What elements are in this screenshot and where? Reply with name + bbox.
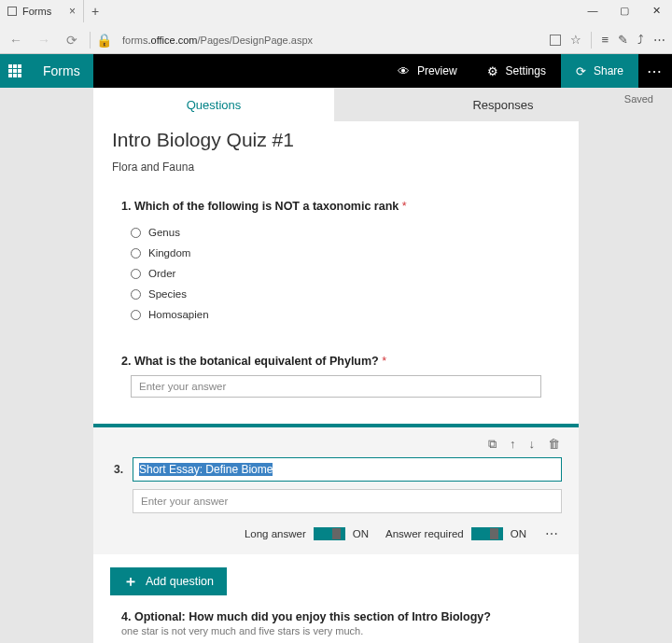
question-3-editor: ⧉ ↑ ↓ 🗑 3. Short Essay: Define Biome Ent… <box>93 424 579 554</box>
browser-tab[interactable]: Forms × <box>0 0 84 22</box>
q3-number: 3. <box>110 463 123 476</box>
url-text[interactable]: forms.office.com/Pages/DesignPage.aspx <box>117 35 542 46</box>
radio-icon <box>131 289 141 300</box>
q3-title-input[interactable]: Short Essay: Define Biome <box>133 457 562 482</box>
required-star-icon: * <box>402 200 407 213</box>
window-minimize-button[interactable]: — <box>577 0 609 21</box>
q3-answer-input[interactable]: Enter your answer <box>133 489 562 513</box>
q1-option[interactable]: Genus <box>121 222 551 243</box>
form-description[interactable]: Flora and Fauna <box>112 161 560 174</box>
favorite-icon[interactable]: ☆ <box>570 33 581 47</box>
question-1[interactable]: 1. Which of the following is NOT a taxon… <box>93 190 579 330</box>
radio-icon <box>131 228 141 238</box>
delete-question-button[interactable]: 🗑 <box>548 437 560 452</box>
waffle-icon <box>8 64 21 77</box>
add-question-button[interactable]: ＋ Add question <box>110 567 227 595</box>
tab-title: Forms <box>22 6 51 17</box>
add-question-label: Add question <box>146 575 214 588</box>
question-more-button[interactable]: ⋯ <box>543 526 562 541</box>
window-close-button[interactable]: ✕ <box>640 0 672 21</box>
share-browser-icon[interactable]: ⤴ <box>637 33 644 47</box>
long-answer-label: Long answer <box>245 528 306 539</box>
move-down-button[interactable]: ↓ <box>529 437 536 452</box>
radio-icon <box>131 269 141 279</box>
more-button[interactable]: ⋯ <box>638 54 672 88</box>
share-label: Share <box>594 64 623 77</box>
q1-option[interactable]: Homosapien <box>121 304 551 325</box>
question-2[interactable]: 2. What is the botanical equivalent of P… <box>93 345 579 403</box>
app-bar: Forms 👁 Preview ⚙ Settings ⟳ Share ⋯ <box>0 54 672 88</box>
form-canvas: Intro Biology Quiz #1 Flora and Fauna 1.… <box>93 121 579 643</box>
long-answer-toggle[interactable] <box>314 527 345 540</box>
save-status: Saved <box>624 93 653 105</box>
settings-label: Settings <box>506 64 546 77</box>
q2-answer-input[interactable] <box>131 375 541 398</box>
nav-refresh-button[interactable]: ⟳ <box>62 30 82 50</box>
q1-number: 1. <box>121 200 131 213</box>
reading-view-icon[interactable] <box>550 35 561 46</box>
app-name: Forms <box>30 54 93 88</box>
q4-subtitle: one star is not very much and five stars… <box>121 625 551 636</box>
required-label: Answer required <box>385 528 464 539</box>
q2-text: What is the botanical equivalent of Phyl… <box>134 355 379 368</box>
form-title[interactable]: Intro Biology Quiz #1 <box>112 129 560 151</box>
copy-question-button[interactable]: ⧉ <box>488 437 497 452</box>
new-tab-button[interactable]: + <box>84 0 106 22</box>
long-answer-state: ON <box>353 528 369 539</box>
move-up-button[interactable]: ↑ <box>510 437 516 452</box>
q4-number: 4. <box>121 610 131 623</box>
browser-more-icon[interactable]: ⋯ <box>653 33 666 47</box>
page-icon <box>7 7 17 16</box>
app-launcher-button[interactable] <box>0 54 30 88</box>
q2-number: 2. <box>121 355 131 368</box>
q4-text: Optional: How much did you enjoy this se… <box>134 610 491 623</box>
share-icon: ⟳ <box>576 64 586 78</box>
lock-icon: 🔒 <box>98 35 109 46</box>
notes-icon[interactable]: ✎ <box>618 33 628 47</box>
settings-button[interactable]: ⚙ Settings <box>472 54 561 88</box>
preview-label: Preview <box>417 64 457 77</box>
window-maximize-button[interactable]: ▢ <box>609 0 640 21</box>
required-toggle[interactable] <box>471 527 503 540</box>
share-button[interactable]: ⟳ Share <box>561 54 638 88</box>
q1-option[interactable]: Kingdom <box>121 243 551 263</box>
hub-icon[interactable]: ≡ <box>601 33 609 47</box>
radio-icon <box>131 310 141 320</box>
question-4[interactable]: 4. Optional: How much did you enjoy this… <box>93 595 579 643</box>
eye-icon: 👁 <box>398 64 410 78</box>
tab-responses[interactable]: Responses <box>334 88 672 121</box>
q1-option[interactable]: Species <box>121 284 551 304</box>
nav-back-button[interactable]: ← <box>6 30 26 50</box>
q1-text: Which of the following is NOT a taxonomi… <box>134 200 399 213</box>
tab-questions[interactable]: Questions <box>93 88 334 121</box>
nav-forward-button[interactable]: → <box>34 30 54 50</box>
gear-icon: ⚙ <box>487 64 498 78</box>
radio-icon <box>131 248 141 259</box>
required-star-icon: * <box>382 355 386 368</box>
preview-button[interactable]: 👁 Preview <box>383 54 472 88</box>
browser-titlebar: Forms × + — ▢ ✕ <box>0 0 672 26</box>
close-tab-icon[interactable]: × <box>69 5 76 18</box>
required-state: ON <box>511 528 526 539</box>
q1-option[interactable]: Order <box>121 263 551 284</box>
browser-address-bar: ← → ⟳ 🔒 forms.office.com/Pages/DesignPag… <box>0 26 672 54</box>
